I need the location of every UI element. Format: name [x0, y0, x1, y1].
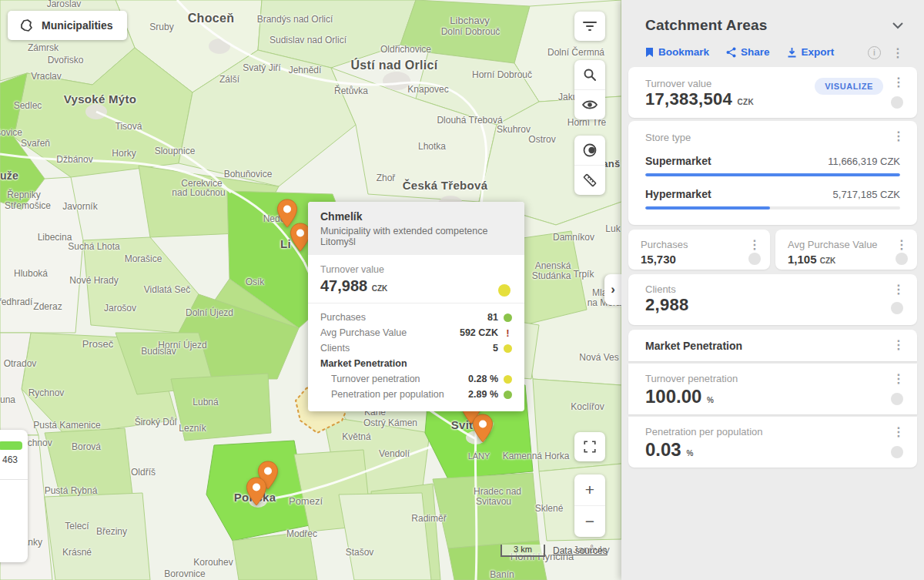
fullscreen-button[interactable]: [574, 432, 605, 461]
store-type-value: 11,666,319 CZK: [828, 156, 900, 167]
chevron-down-icon[interactable]: [892, 22, 904, 29]
avg-purchase-value: 1,105: [788, 253, 817, 266]
metric-toggle-dot[interactable]: [891, 96, 903, 109]
store-pin-marker[interactable]: [246, 477, 267, 506]
kebab-menu-icon[interactable]: ⋮: [748, 239, 761, 251]
kebab-menu-icon[interactable]: ⋮: [892, 130, 905, 142]
search-eye-group: [574, 60, 605, 119]
market-penetration-title: Market Penetration: [645, 340, 742, 352]
purchases-label: Purchases: [641, 239, 758, 250]
metric-toggle-dot[interactable]: [891, 302, 903, 314]
municipalities-button[interactable]: Municipalities: [8, 11, 127, 40]
legend-value: 463: [2, 454, 18, 465]
export-label: Export: [802, 46, 835, 58]
kebab-menu-icon[interactable]: ⋮: [892, 373, 905, 385]
fullscreen-group: [574, 432, 605, 461]
metric-toggle-dot[interactable]: [891, 393, 903, 405]
search-button[interactable]: [574, 60, 605, 89]
turnover-penetration-label: Turnover penetration: [645, 373, 900, 384]
penetration-per-population-value: 0.03: [645, 439, 681, 460]
clients-label: Clients: [645, 283, 900, 295]
export-button[interactable]: Export: [787, 46, 835, 58]
minus-icon: −: [585, 512, 594, 531]
turnover-value: 17,383,504: [645, 89, 732, 109]
kebab-menu-icon[interactable]: ⋮: [892, 426, 905, 438]
tooltip-header: Chmelík Municipality with extended compe…: [308, 202, 524, 255]
share-label: Share: [741, 46, 770, 58]
metric-toggle-dot[interactable]: [748, 253, 761, 265]
store-pin-marker[interactable]: [472, 414, 494, 443]
store-type-label: Store type: [645, 132, 900, 143]
metric-toggle-dot[interactable]: [891, 446, 903, 458]
zoom-out-button[interactable]: −: [574, 505, 605, 537]
store-type-name: Supermarket: [645, 155, 711, 167]
search-icon: [583, 68, 597, 82]
turnover-penetration-value: 100.00: [645, 386, 701, 407]
store-type-bar: [645, 206, 900, 210]
zoom-control-group: + −: [574, 474, 605, 537]
data-sources-link[interactable]: Data sources: [553, 545, 608, 556]
filter-icon: [583, 21, 597, 32]
sidebar-collapse-tab[interactable]: ›: [604, 274, 621, 305]
visualize-button[interactable]: VISUALIZE: [815, 78, 883, 95]
contrast-button[interactable]: [574, 136, 605, 165]
turnover-unit: CZK: [738, 98, 754, 106]
tooltip-metric-unit: CZK: [372, 284, 388, 293]
export-icon: [787, 47, 797, 58]
tooltip-metric-row: Penetration per population2.89 %: [320, 387, 512, 402]
kebab-menu-icon[interactable]: ⋮: [892, 283, 905, 296]
tooltip-metric-row: Clients5: [320, 340, 512, 356]
clients-value: 2,988: [645, 295, 900, 315]
visibility-button[interactable]: [574, 89, 605, 119]
chevron-right-icon: ›: [611, 282, 615, 297]
penetration-per-population-unit: %: [686, 449, 693, 458]
share-button[interactable]: Share: [726, 46, 770, 58]
status-dot-green: [504, 391, 512, 399]
sidebar-panel: Catchment Areas Bookmark Share: [621, 0, 924, 580]
market-penetration-header: Market Penetration ⋮: [628, 330, 917, 361]
filter-button-group: [574, 12, 605, 41]
kebab-menu-icon[interactable]: ⋮: [892, 76, 905, 89]
map-scale-bar: 3 km: [500, 545, 545, 557]
legend-color-swatch: [0, 441, 22, 450]
tooltip-metric-row: Turnover penetration0.28 %: [320, 371, 512, 387]
map-canvas[interactable]: JaroslavChoceňBrandýs nad OrlicíLibchavy…: [0, 0, 621, 580]
turnover-value-card: Turnover value 17,383,504 CZK VISUALIZE …: [628, 67, 917, 118]
avg-purchase-card: Avg Purchase Value 1,105 CZK ⋮: [775, 230, 917, 270]
fullscreen-icon: [583, 440, 597, 454]
purchases-card: Purchases 15,730 ⋮: [628, 230, 770, 270]
status-dot-yellow: [498, 284, 511, 297]
store-type-rows: Supermarket11,666,319 CZKHypermarket5,71…: [645, 155, 900, 210]
kebab-menu-icon[interactable]: ⋮: [892, 339, 905, 351]
avg-purchase-label: Avg Purchase Value: [788, 239, 905, 250]
turnover-penetration-card: Turnover penetration 100.00 % ⋮: [628, 364, 917, 414]
penetration-per-population-card: Penetration per population 0.03 % ⋮: [628, 417, 917, 468]
market-penetration-block: Market Penetration ⋮ Turnover penetratio…: [621, 330, 924, 468]
clients-card: Clients 2,988 ⋮: [628, 274, 917, 325]
tooltip-title: Chmelík: [320, 210, 512, 223]
kebab-menu-icon[interactable]: ⋮: [896, 239, 908, 251]
bookmark-label: Bookmark: [658, 46, 709, 58]
store-type-row: Supermarket11,666,319 CZK: [645, 155, 900, 176]
eye-icon: [582, 99, 598, 110]
turnover-penetration-unit: %: [707, 396, 714, 404]
store-type-card: Store type ⋮ Supermarket11,666,319 CZKHy…: [628, 121, 917, 225]
tooltip-metric-label: Turnover value: [320, 264, 512, 275]
status-dot-green: [504, 313, 512, 322]
page-title: Catchment Areas: [645, 17, 906, 34]
tooltip-metric-row: Avg Purchase Value592 CZK!: [320, 325, 512, 340]
bookmark-button[interactable]: Bookmark: [645, 46, 709, 58]
filter-button[interactable]: [574, 12, 605, 41]
info-icon[interactable]: i: [868, 46, 881, 59]
measure-button[interactable]: [574, 165, 605, 195]
scale-label: 3 km: [514, 545, 532, 554]
tooltip-primary-metric: Turnover value 47,988 CZK: [308, 255, 524, 303]
alert-icon: !: [504, 327, 512, 339]
tooltip-metric-row: Purchases81: [320, 310, 512, 325]
tooltip-metric-value: 47,988: [320, 277, 367, 294]
metric-toggle-dot[interactable]: [896, 253, 908, 265]
kebab-menu-icon[interactable]: ⋮: [892, 47, 904, 59]
store-type-row: Hypermarket5,717,185 CZK: [645, 188, 900, 210]
zoom-in-button[interactable]: +: [574, 474, 605, 505]
status-dot-yellow: [504, 375, 512, 384]
